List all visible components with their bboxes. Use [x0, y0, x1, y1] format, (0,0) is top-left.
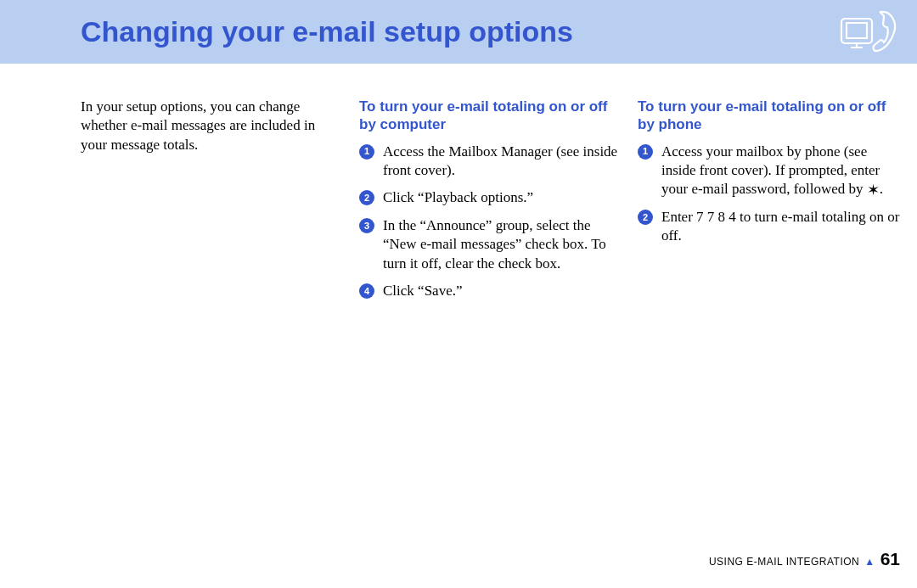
page-number: 61 — [880, 549, 900, 569]
heading-phone: To turn your e-mail totaling on or off b… — [638, 98, 901, 134]
step-text: Access your mailbox by phone (see inside… — [661, 143, 883, 198]
content-area: In your setup options, you can change wh… — [0, 64, 917, 310]
step-item: 2 Click “Playback options.” — [359, 188, 622, 207]
header-bar: Changing your e-mail setup options — [0, 0, 917, 64]
step-item: 3 In the “Announce” group, select the “N… — [359, 216, 622, 273]
step-text: Click “Save.” — [383, 283, 462, 299]
step-item: 1 Access the Mailbox Manager (see inside… — [359, 143, 622, 181]
column-computer: To turn your e-mail totaling on or off b… — [359, 98, 622, 310]
step-number-icon: 2 — [359, 190, 374, 205]
step-number-icon: 4 — [359, 283, 374, 299]
step-item: 1 Access your mailbox by phone (see insi… — [638, 143, 901, 199]
step-number-icon: 1 — [638, 144, 653, 160]
step-text: Enter 7 7 8 4 to turn e-mail totaling on… — [661, 209, 899, 244]
star-icon: ✶ — [867, 182, 880, 199]
step-text: In the “Announce” group, select the “New… — [383, 217, 606, 272]
steps-computer: 1 Access the Mailbox Manager (see inside… — [359, 143, 622, 301]
step-number-icon: 1 — [359, 144, 374, 160]
step-number-icon: 3 — [359, 218, 374, 233]
footer-section-label: USING E-MAIL INTEGRATION — [709, 556, 859, 568]
page-footer: USING E-MAIL INTEGRATION ▲ 61 — [709, 549, 900, 569]
page-title: Changing your e-mail setup options — [81, 15, 573, 48]
step-text: Click “Playback options.” — [383, 189, 533, 205]
step-item: 4 Click “Save.” — [359, 282, 622, 300]
steps-phone: 1 Access your mailbox by phone (see insi… — [638, 143, 901, 246]
svg-rect-1 — [847, 23, 867, 38]
step-item: 2 Enter 7 7 8 4 to turn e-mail totaling … — [638, 208, 901, 246]
heading-computer: To turn your e-mail totaling on or off b… — [359, 98, 622, 134]
triangle-icon: ▲ — [864, 556, 875, 568]
column-intro: In your setup options, you can change wh… — [81, 98, 344, 310]
column-phone: To turn your e-mail totaling on or off b… — [638, 98, 901, 310]
header-decorative-icon — [838, 7, 902, 61]
step-text: Access the Mailbox Manager (see inside f… — [383, 143, 617, 178]
intro-paragraph: In your setup options, you can change wh… — [81, 98, 344, 154]
step-number-icon: 2 — [638, 210, 653, 225]
